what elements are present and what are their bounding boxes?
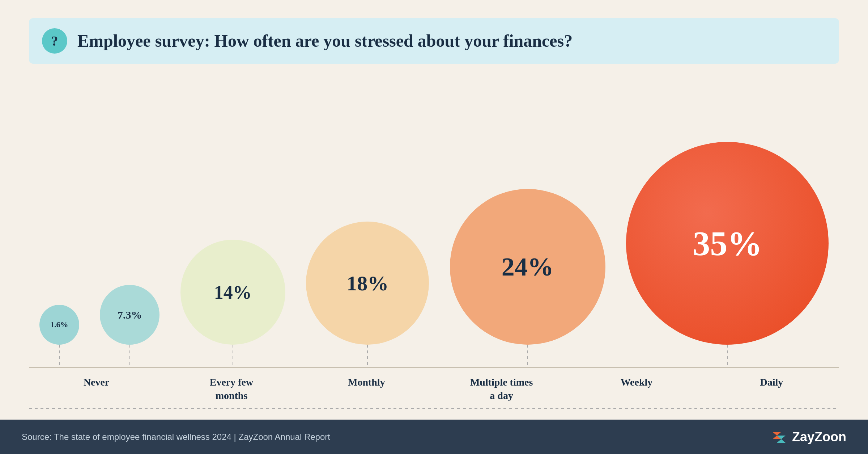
dashed-connector-never [59,345,60,367]
dashed-connector-weekly [527,345,528,367]
bubble-never: 1.6% [39,305,79,345]
label-few-months: Every fewmonths [195,376,268,402]
bubble-col-multiple: 18% [306,222,429,367]
footer-logo-text: ZayZoon [792,429,846,445]
footer-source: Source: The state of employee financial … [22,432,330,442]
footer-logo: ZayZoon [771,429,846,445]
dashed-connector-multiple [367,345,368,367]
zayzoon-logo-icon [771,429,787,445]
label-monthly: Monthly [330,376,403,389]
bubble-weekly: 24% [450,189,605,345]
main-content: ? Employee survey: How often are you str… [0,0,868,420]
bubbles-row: 1.6% 7.3% 14% 18% [29,78,839,367]
header-banner: ? Employee survey: How often are you str… [29,18,839,64]
bubble-col-weekly: 24% [450,189,605,367]
bubble-multiple: 18% [306,222,429,345]
bubble-monthly: 14% [180,240,285,345]
label-multiple: Multiple timesa day [465,376,538,402]
bubble-col-daily: 35% [626,142,829,367]
footer: Source: The state of employee financial … [0,420,868,454]
bubble-few-months: 7.3% [100,285,159,345]
label-weekly: Weekly [600,376,673,389]
dashed-connector-daily [727,345,728,367]
label-never: Never [60,376,133,389]
bubble-col-monthly: 14% [180,240,285,367]
chart-wrapper: 1.6% 7.3% 14% 18% [29,78,839,409]
dashed-connector-few-months [129,345,130,367]
header-title: Employee survey: How often are you stres… [77,30,573,51]
labels-row: Never Every fewmonths Monthly Multiple t… [29,368,839,406]
bubble-col-never: 1.6% [39,305,79,367]
bubble-daily: 35% [626,142,829,345]
dashed-connector-monthly [233,345,233,367]
question-icon: ? [42,28,67,54]
bubble-col-few-months: 7.3% [100,285,159,367]
label-daily: Daily [735,376,808,389]
bottom-dashed-line [29,408,839,409]
